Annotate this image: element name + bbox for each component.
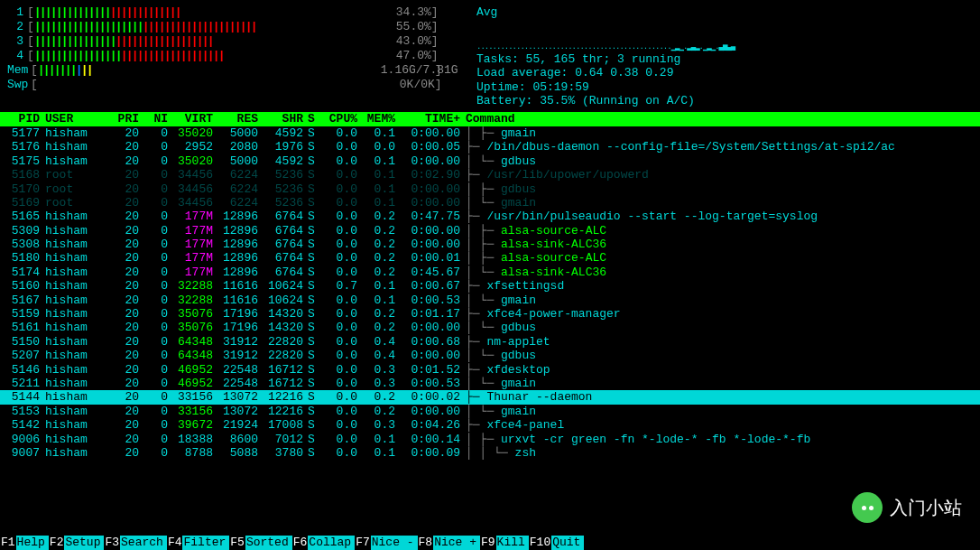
watermark: 入门小站 xyxy=(852,492,962,523)
stats-right: Avg ....................................… xyxy=(458,5,973,108)
load-line: Load average: 0.64 0.38 0.29 xyxy=(476,66,973,80)
col-cmd[interactable]: Command xyxy=(460,112,978,126)
fkey-f1[interactable]: F1 xyxy=(0,536,16,550)
fkey-f5[interactable]: F5 xyxy=(229,536,245,550)
col-mem[interactable]: MEM% xyxy=(357,112,395,126)
col-cpu[interactable]: CPU% xyxy=(319,112,357,126)
fkey-label[interactable]: Help xyxy=(16,536,49,550)
process-row[interactable]: 5165hisham200177M128966764S0.00.20:47.75… xyxy=(0,210,980,223)
fkey-label[interactable]: Search xyxy=(120,536,167,550)
process-row[interactable]: 5169root2003445662245236S0.00.10:00.00 │… xyxy=(0,196,980,210)
process-table[interactable]: 5177hisham2003502050004592S0.00.10:00.00… xyxy=(0,126,980,460)
col-s[interactable]: S xyxy=(303,112,319,126)
mem-meter: Mem[||||||||||1.16G/7.81G] xyxy=(7,63,458,78)
process-row[interactable]: 9007hisham200878850883780S0.00.10:00.09 … xyxy=(0,446,980,460)
header-section: 1[|||||||||||||||||||||||||||34.3%]2[|||… xyxy=(0,0,980,112)
process-row[interactable]: 5168root2003445662245236S0.00.10:02.90 ├… xyxy=(0,168,980,182)
fkey-f4[interactable]: F4 xyxy=(167,536,183,550)
fkey-label[interactable]: Sorted xyxy=(245,536,292,550)
meters-left: 1[|||||||||||||||||||||||||||34.3%]2[|||… xyxy=(7,5,458,108)
col-virt[interactable]: VIRT xyxy=(168,112,213,126)
process-row[interactable]: 5176hisham200295220801976S0.00.00:00.05 … xyxy=(0,140,980,154)
avg-label: Avg xyxy=(476,5,973,20)
fkey-f9[interactable]: F9 xyxy=(480,536,496,550)
fkey-f6[interactable]: F6 xyxy=(292,536,309,550)
fkey-label[interactable]: Quit xyxy=(551,536,584,550)
process-row[interactable]: 5180hisham200177M128966764S0.00.20:00.01… xyxy=(0,251,980,265)
process-row[interactable]: 5142hisham200396722192417008S0.00.30:04.… xyxy=(0,418,980,432)
cpu-meter-4: 4[|||||||||||||||||||||||||||||||||||47.… xyxy=(7,49,458,63)
watermark-text: 入门小站 xyxy=(890,497,962,518)
cpu-meter-3: 3[|||||||||||||||||||||||||||||||||43.0%… xyxy=(7,34,458,49)
fkey-label[interactable]: Collap xyxy=(308,536,355,550)
process-row[interactable]: 5211hisham200469522254816712S0.00.30:00.… xyxy=(0,377,980,390)
process-row[interactable]: 5207hisham200643483191222820S0.00.40:00.… xyxy=(0,349,980,362)
cpu-meter-1: 1[|||||||||||||||||||||||||||34.3%] xyxy=(7,5,458,20)
process-row[interactable]: 5146hisham200469522254816712S0.00.30:01.… xyxy=(0,363,980,377)
wechat-icon xyxy=(852,492,883,523)
swap-meter: Swp[0K/0K] xyxy=(7,78,458,92)
uptime-line: Uptime: 05:19:59 xyxy=(476,80,973,95)
process-row[interactable]: 5153hisham200331561307212216S0.00.20:00.… xyxy=(0,405,980,418)
process-row[interactable]: 9006hisham2001838886007012S0.00.10:00.14… xyxy=(0,433,980,446)
col-shr[interactable]: SHR xyxy=(258,112,303,126)
process-row[interactable]: 5160hisham200322881161610624S0.70.10:00.… xyxy=(0,279,980,293)
fkey-f3[interactable]: F3 xyxy=(104,536,120,550)
fkey-f2[interactable]: F2 xyxy=(49,536,65,550)
process-row[interactable]: 5150hisham200643483191222820S0.00.40:00.… xyxy=(0,335,980,349)
tasks-line: Tasks: 55, 165 thr; 3 running xyxy=(476,52,973,67)
process-row[interactable]: 5177hisham2003502050004592S0.00.10:00.00… xyxy=(0,126,980,140)
function-key-bar: F1HelpF2SetupF3SearchF4FilterF5SortedF6C… xyxy=(0,536,980,550)
table-header[interactable]: PID USER PRI NI VIRT RES SHR S CPU% MEM%… xyxy=(0,112,980,126)
col-pid[interactable]: PID xyxy=(2,112,40,126)
col-user[interactable]: USER xyxy=(40,112,103,126)
col-time[interactable]: TIME+ xyxy=(395,112,460,126)
fkey-label[interactable]: Setup xyxy=(64,536,104,550)
col-res[interactable]: RES xyxy=(213,112,258,126)
process-row[interactable]: 5144hisham200331561307212216S0.00.20:00.… xyxy=(0,390,980,404)
fkey-f7[interactable]: F7 xyxy=(355,536,371,550)
fkey-label[interactable]: Kill xyxy=(496,536,529,550)
process-row[interactable]: 5175hisham2003502050004592S0.00.10:00.00… xyxy=(0,154,980,168)
fkey-f10[interactable]: F10 xyxy=(529,536,551,550)
avg-chart: ........................................… xyxy=(476,23,973,52)
fkey-f8[interactable]: F8 xyxy=(418,536,434,550)
cpu-meter-2: 2[||||||||||||||||||||||||||||||||||||||… xyxy=(7,20,458,34)
col-ni[interactable]: NI xyxy=(139,112,168,126)
process-row[interactable]: 5174hisham200177M128966764S0.00.20:45.67… xyxy=(0,266,980,279)
process-row[interactable]: 5170root2003445662245236S0.00.10:00.00 │… xyxy=(0,182,980,196)
col-pri[interactable]: PRI xyxy=(103,112,139,126)
process-row[interactable]: 5309hisham200177M128966764S0.00.20:00.00… xyxy=(0,224,980,238)
fkey-label[interactable]: Nice - xyxy=(371,536,418,550)
process-row[interactable]: 5167hisham200322881161610624S0.00.10:00.… xyxy=(0,294,980,307)
process-row[interactable]: 5161hisham200350761719614320S0.00.20:00.… xyxy=(0,321,980,334)
fkey-label[interactable]: Filter xyxy=(182,536,229,550)
battery-line: Battery: 35.5% (Running on A/C) xyxy=(476,94,973,108)
process-row[interactable]: 5159hisham200350761719614320S0.00.20:01.… xyxy=(0,307,980,321)
fkey-label[interactable]: Nice + xyxy=(433,536,480,550)
process-row[interactable]: 5308hisham200177M128966764S0.00.20:00.00… xyxy=(0,238,980,251)
